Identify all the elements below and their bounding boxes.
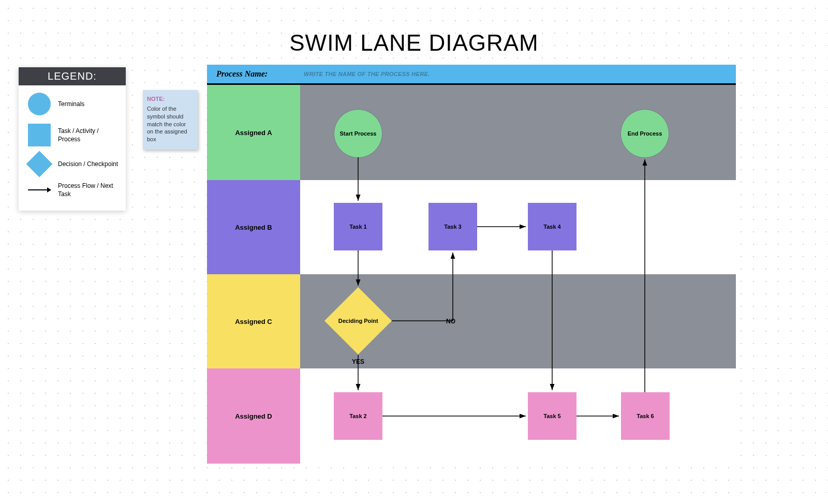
arrow-icon xyxy=(28,189,51,190)
process-name-label: Process Name: xyxy=(216,69,268,79)
legend-label: Decision / Checkpoint xyxy=(55,160,121,168)
lane-label-a[interactable]: Assigned A xyxy=(207,85,300,180)
swimlane-diagram: Process Name: WRITE THE NAME OF THE PROC… xyxy=(207,65,736,464)
legend-item-task: Task / Activity / Process xyxy=(24,124,121,146)
legend-item-flow: Process Flow / Next Task xyxy=(24,182,121,198)
circle-icon xyxy=(28,93,51,115)
start-terminal[interactable]: Start Process xyxy=(334,110,382,157)
diamond-icon xyxy=(26,151,53,177)
lane-label-b[interactable]: Assigned B xyxy=(207,180,300,274)
legend-label: Task / Activity / Process xyxy=(55,127,121,143)
decision-no-label: NO xyxy=(446,318,455,325)
legend-panel: LEGEND: Terminals Task / Activity / Proc… xyxy=(19,67,126,211)
process-name-bar[interactable]: Process Name: WRITE THE NAME OF THE PROC… xyxy=(207,65,736,85)
square-icon xyxy=(28,124,51,146)
end-terminal[interactable]: End Process xyxy=(621,110,669,157)
note-sticky: NOTE: Color of the symbol should match t… xyxy=(143,90,198,150)
decision-yes-label: YES xyxy=(352,358,364,365)
lane-label-d[interactable]: Assigned D xyxy=(207,368,300,464)
lane-c: Assigned C xyxy=(207,274,736,368)
legend-item-decision: Decision / Checkpoint xyxy=(24,155,121,173)
legend-label: Terminals xyxy=(55,100,121,108)
legend-item-terminals: Terminals xyxy=(24,93,121,115)
lane-label-c[interactable]: Assigned C xyxy=(207,274,300,368)
task2-node[interactable]: Task 2 xyxy=(334,392,382,440)
legend-header: LEGEND: xyxy=(19,67,126,85)
note-text: Color of the symbol should match the col… xyxy=(147,105,194,143)
task1-node[interactable]: Task 1 xyxy=(334,203,382,250)
legend-label: Process Flow / Next Task xyxy=(55,182,121,198)
task6-node[interactable]: Task 6 xyxy=(621,392,670,440)
task4-node[interactable]: Task 4 xyxy=(528,203,576,250)
task3-node[interactable]: Task 3 xyxy=(428,203,477,250)
page-title: SWIM LANE DIAGRAM xyxy=(0,30,828,56)
task5-node[interactable]: Task 5 xyxy=(528,392,576,440)
note-title: NOTE: xyxy=(147,95,194,103)
process-name-placeholder: WRITE THE NAME OF THE PROCESS HERE. xyxy=(304,71,430,77)
